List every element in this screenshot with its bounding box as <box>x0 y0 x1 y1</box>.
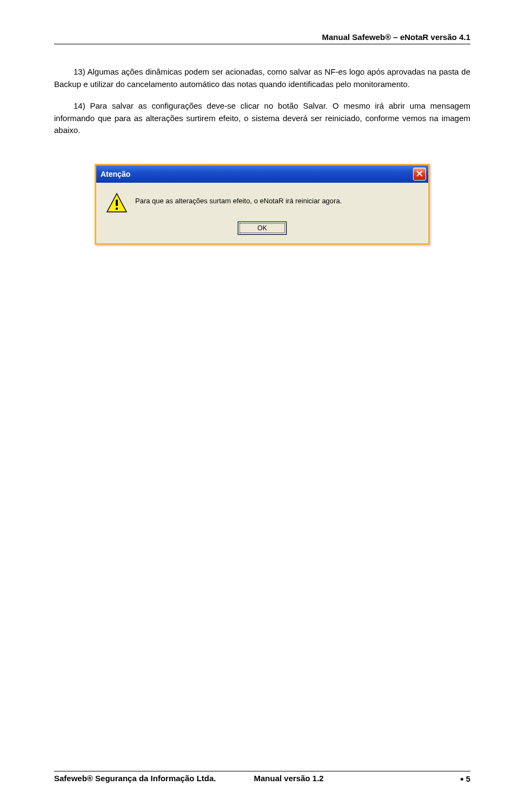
page-header: Manual Safeweb® – eNotaR versão 4.1 <box>54 32 470 44</box>
dialog-button-row: OK <box>96 218 428 243</box>
close-icon <box>416 169 423 179</box>
footer-company: Safeweb® Segurança da Informação Ltda. <box>54 774 216 785</box>
paragraph-13: 13) Algumas ações dinâmicas podem ser ac… <box>54 66 470 90</box>
header-title: Manual Safeweb® – eNotaR versão 4.1 <box>322 32 471 42</box>
dialog-title: Atenção <box>101 170 130 178</box>
svg-rect-2 <box>116 199 118 206</box>
footer-page-number: • 5 <box>460 774 470 785</box>
svg-point-3 <box>116 207 118 209</box>
close-button[interactable] <box>413 168 426 181</box>
footer-version: Manual versão 1.2 <box>216 774 460 785</box>
alert-dialog: Atenção Para que as alterações surtam ef… <box>95 164 430 245</box>
document-page: Manual Safeweb® – eNotaR versão 4.1 13) … <box>0 0 519 245</box>
ok-button[interactable]: OK <box>238 222 287 235</box>
warning-icon <box>106 192 128 214</box>
dialog-body: Para que as alterações surtam efeito, o … <box>96 183 428 218</box>
dialog-titlebar: Atenção <box>96 165 428 183</box>
page-number: 5 <box>463 774 470 783</box>
dialog-message: Para que as alterações surtam efeito, o … <box>135 192 342 205</box>
paragraph-14: 14) Para salvar as configurações deve-se… <box>54 100 470 137</box>
page-footer: Safeweb® Segurança da Informação Ltda. M… <box>54 771 470 785</box>
